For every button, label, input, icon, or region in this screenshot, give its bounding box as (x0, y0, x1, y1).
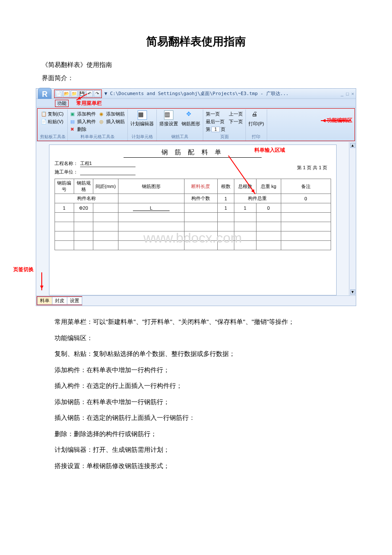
cell-total-weight[interactable]: 0 (256, 203, 281, 213)
paragraph: 插入钢筋：在选定的钢筋行上面插入一行钢筋行： (42, 412, 350, 423)
paragraph: 删除：删除选择的构件行或钢筋行； (42, 428, 350, 439)
print-button[interactable]: 打印(P) (248, 120, 265, 127)
last-page-button[interactable]: 最后一页 (205, 118, 226, 125)
arrow-tab-switch (41, 272, 42, 290)
lap-setting-button[interactable]: 搭接设置 (159, 120, 179, 127)
minimize-icon[interactable]: _ (341, 91, 343, 96)
construction-unit-value[interactable] (80, 169, 135, 175)
sheet-page-indicator: 第 1 页 共 1 页 (297, 165, 328, 171)
table-row-rebar[interactable]: 1 Φ20 L 1 1 0 (55, 203, 331, 213)
delete-button[interactable]: ✖删除 (69, 126, 97, 133)
ribbon-group-plan: ▦ 计划编辑器 计划单元格 (128, 110, 157, 141)
plan-editor-icon[interactable]: ▦ (138, 110, 147, 120)
hint-input-area: 料单输入区域 (254, 147, 285, 154)
cell-no[interactable]: 1 (55, 203, 74, 213)
tab-material[interactable]: 料单 (37, 297, 52, 305)
next-page-button[interactable]: 下一页 (228, 118, 244, 125)
tab-cover[interactable]: 封皮 (52, 297, 67, 305)
table-row-member[interactable]: 构件名称 构件个数 1 构件总重 0 (55, 194, 331, 203)
hint-tab-switch: 页签切换 (13, 266, 34, 273)
rebar-shape-icon[interactable]: ✥ (186, 110, 196, 120)
paragraph: 搭接设置：单根钢筋修改钢筋连接形式； (42, 460, 350, 471)
open-icon[interactable]: 📂 (63, 90, 70, 97)
hint-common-menu: 常用菜单栏 (76, 100, 102, 107)
first-page-button[interactable]: 第一页 (205, 110, 226, 118)
construction-unit-label: 施工单位： (55, 169, 80, 175)
paragraph: 添加构件：在料单表中增加一行构件行； (42, 364, 350, 376)
cell-spacing[interactable] (93, 203, 118, 213)
close-window-icon[interactable]: × (352, 91, 354, 96)
insert-member-button[interactable]: ▤插入构件 (69, 118, 97, 125)
cell-cut-length[interactable] (184, 203, 218, 213)
title-bar: R 📄 📂 📁 💾 ↶ ↷ ▼ C:\Documents and Setting… (36, 89, 356, 99)
table-row-empty[interactable] (55, 241, 331, 250)
redo-icon[interactable]: ↷ (94, 90, 101, 97)
cell-spec[interactable]: Φ20 (74, 203, 93, 213)
lap-setting-icon[interactable]: ▥ (164, 110, 173, 120)
document-title: 简易翻样表使用指南 (26, 34, 366, 49)
copy-button[interactable]: 📋复制(C) (40, 110, 64, 118)
paragraph: 添加钢筋：在料单表中增加一行钢筋行； (42, 396, 350, 408)
sheet-title: 钢 筋 配 料 单 (124, 148, 262, 158)
close-icon[interactable]: 📁 (71, 90, 78, 97)
th-cut-length: 断料长度 (184, 179, 218, 194)
cell-shape[interactable]: L (118, 203, 184, 213)
cell-remark[interactable] (281, 203, 331, 213)
insert-rebar-button[interactable]: ◎插入钢筋 (98, 118, 126, 125)
tab-settings[interactable]: 设置 (67, 297, 82, 305)
copy-icon: 📋 (41, 111, 47, 117)
cell-member-weight-label: 构件总重 (234, 194, 281, 203)
paste-icon: 📄 (41, 119, 47, 125)
insert-member-icon: ▤ (70, 119, 76, 125)
cell-member-weight-val[interactable]: 0 (281, 194, 331, 203)
print-icon[interactable]: 🖨 (251, 110, 261, 120)
ribbon-group-clipboard: 📋复制(C) 📄粘贴(V) 剪贴板工具条 (38, 110, 68, 141)
add-member-button[interactable]: ▣添加构件 (69, 110, 97, 118)
add-rebar-button[interactable]: ◉添加钢筋 (98, 110, 126, 118)
cell-member-count-val[interactable]: 1 (217, 194, 234, 203)
ribbon-group-label-print: 打印 (248, 134, 265, 140)
table-row-empty[interactable] (55, 213, 331, 222)
th-rebar-shape: 钢筋图形 (118, 179, 184, 194)
document-subtitle: 《简易翻样表》使用指南 (42, 61, 350, 69)
table-header-row: 钢筋编号 钢筋规格 间距(mm) 钢筋图形 断料长度 根数 总根数 总重 kg … (55, 179, 331, 194)
ribbon-group-label-cell: 料单单元格工具条 (69, 134, 126, 140)
hint-func-area: 功能编辑区 (327, 117, 352, 124)
table-row-empty[interactable] (55, 231, 331, 241)
sheet-tab-row: 料单 封皮 设置 (36, 295, 356, 306)
cell-empty[interactable] (118, 194, 184, 203)
ribbon-group-label-rebar: 钢筋工具 (159, 134, 201, 140)
ribbon-group-label-page: 页面 (205, 134, 244, 140)
tab-function[interactable]: 功能 (55, 100, 69, 107)
app-screenshot: R 📄 📂 📁 💾 ↶ ↷ ▼ C:\Documents and Setting… (36, 88, 356, 306)
table-row-empty[interactable] (55, 222, 331, 231)
page-number-input[interactable] (211, 127, 220, 132)
th-remark: 备注 (281, 179, 331, 194)
cell-count[interactable]: 1 (217, 203, 234, 213)
scroll-down-icon[interactable]: ▼ (350, 289, 355, 295)
new-icon[interactable]: 📄 (55, 90, 62, 97)
ribbon-group-label-plan: 计划单元格 (130, 134, 155, 140)
vertical-scrollbar[interactable]: ▲ ▼ (349, 142, 356, 295)
add-member-icon: ▣ (70, 111, 76, 117)
paste-button[interactable]: 📄粘贴(V) (40, 118, 64, 125)
th-count: 根数 (217, 179, 234, 194)
prev-page-button[interactable]: 上一页 (228, 110, 244, 118)
cell-total-count[interactable]: 1 (234, 203, 256, 213)
body-text: 常用菜单栏：可以"新建料单"、"打开料单"、"关闭料单"、"保存料单"、"撤销"… (26, 316, 366, 471)
cell-member-name-label: 构件名称 (55, 194, 118, 203)
plan-editor-button[interactable]: 计划编辑器 (130, 120, 155, 127)
th-rebar-spec: 钢筋规格 (74, 179, 93, 194)
add-rebar-icon: ◉ (99, 111, 105, 117)
ribbon-group-rebar: ▥ 搭接设置 ✥ 钢筋图形 钢筋工具 (157, 110, 203, 141)
maximize-icon[interactable]: □ (346, 91, 349, 96)
rebar-shape-button[interactable]: 钢筋图形 (181, 120, 201, 127)
ribbon: 📋复制(C) 📄粘贴(V) 剪贴板工具条 ▣添加构件 ▤插入构件 ✖删除 ◉添加… (37, 108, 355, 141)
ribbon-wrapper: 📋复制(C) 📄粘贴(V) 剪贴板工具条 ▣添加构件 ▤插入构件 ✖删除 ◉添加… (36, 108, 356, 141)
paragraph: 常用菜单栏：可以"新建料单"、"打开料单"、"关闭料单"、"保存料单"、"撤销"… (42, 316, 350, 327)
project-name-value[interactable]: 工程1 (80, 160, 135, 167)
title-path: ▼ C:\Documents and Settings\gaohj\桌面\Pro… (104, 90, 289, 97)
scroll-up-icon[interactable]: ▲ (350, 143, 355, 148)
ribbon-group-page: 第一页 最后一页 第 页 上一页 下一页 页面 (203, 110, 246, 141)
material-table: 钢筋编号 钢筋规格 间距(mm) 钢筋图形 断料长度 根数 总根数 总重 kg … (55, 179, 331, 250)
